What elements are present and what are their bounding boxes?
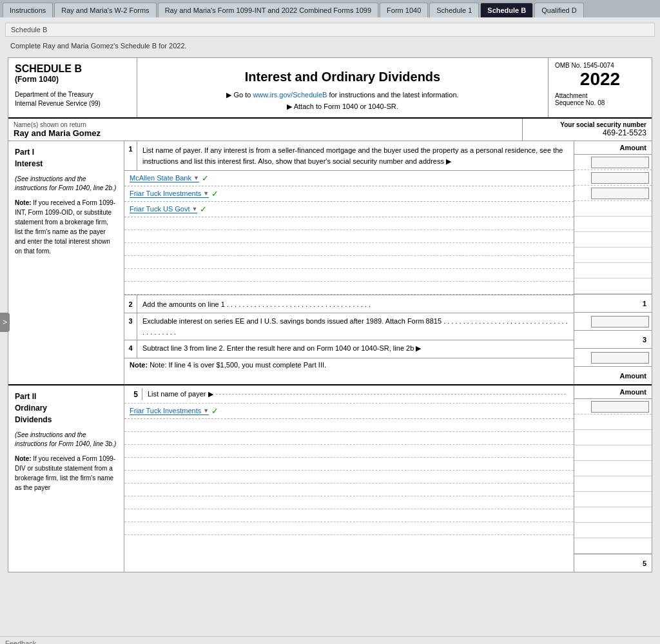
- name-ssn-row: Name(s) shown on return Ray and Maria Go…: [8, 119, 652, 141]
- part2-amount-empty-3: [574, 445, 652, 461]
- empty-payer-row-5: [124, 269, 574, 282]
- header-left: SCHEDULE B (Form 1040) Department of the…: [8, 58, 137, 117]
- check-icon-3: ✓: [200, 204, 207, 214]
- empty-payer-row-1: [124, 217, 574, 230]
- part2-label: Part II: [15, 391, 117, 402]
- payer2-name: Friar Tuck Investments: [130, 190, 201, 197]
- ssn-value: 469-21-5523: [528, 128, 646, 137]
- amount-empty-3: [574, 232, 652, 248]
- part2-empty-9: [124, 522, 574, 535]
- part2-empty-2: [124, 432, 574, 445]
- tab-schedule-b[interactable]: Schedule B: [480, 3, 533, 17]
- arrow-icon: >: [3, 318, 7, 327]
- note-part2: Note: If you received a Form 1099-DIV or…: [15, 454, 117, 493]
- ssn-label: Your social security number: [528, 121, 646, 128]
- dropdown-arrow-3: ▼: [192, 206, 198, 212]
- feedback-bar: Feedback: [0, 636, 660, 644]
- part2-amount-empty-9: [574, 538, 652, 554]
- tab-1099[interactable]: Ray and Maria's Form 1099-INT and 2022 C…: [158, 3, 378, 17]
- amount-empty-2: [574, 217, 652, 232]
- payer3-dropdown[interactable]: Friar Tuck US Govt ▼: [130, 205, 197, 213]
- amount-header: Amount: [574, 141, 652, 155]
- tab-instructions[interactable]: Instructions: [3, 3, 53, 17]
- instruction-text: Complete Ray and Maria Gomez's Schedule …: [5, 39, 655, 52]
- part2-empty-1: [124, 419, 574, 432]
- year: 2022: [555, 69, 645, 90]
- part2-right-col: Amount 5: [574, 385, 652, 572]
- part1-body: Part I Interest (See instructions and th…: [8, 141, 652, 384]
- payer3-name: Friar Tuck US Govt: [130, 205, 190, 213]
- name-section: Name(s) shown on return Ray and Maria Go…: [8, 119, 523, 141]
- part2-left-col: Part II Ordinary Dividends (See instruct…: [8, 385, 124, 572]
- amount-cell-line3: 3: [574, 330, 652, 348]
- attachment-info: Attachment Sequence No. 08: [555, 92, 645, 106]
- irs-link[interactable]: www.irs.gov/ScheduleB: [253, 91, 327, 99]
- amount-cell-3: [574, 186, 652, 201]
- part2-empty-4: [124, 458, 574, 471]
- payer1-name: McAllen State Bank: [130, 174, 191, 182]
- amount-input-3[interactable]: [591, 188, 649, 199]
- line1-num: 1: [124, 141, 137, 170]
- dropdown-arrow-1: ▼: [193, 175, 199, 181]
- amount-input-2[interactable]: [591, 172, 649, 184]
- part2-amount-header: Amount: [574, 385, 652, 399]
- amount-cell-1: [574, 155, 652, 170]
- payer1-dropdown[interactable]: McAllen State Bank ▼: [130, 174, 199, 182]
- note-line4: Note: Note: If line 4 is over $1,500, yo…: [124, 358, 574, 371]
- schedule-title: SCHEDULE B: [15, 63, 130, 75]
- tab-w2[interactable]: Ray and Maria's W-2 Forms: [54, 3, 156, 17]
- line4-content: Subtract line 3 from line 2. Enter the r…: [137, 340, 426, 358]
- part1-center: 1 List name of payer. If any interest is…: [124, 141, 574, 384]
- part2-payer-row: Friar Tuck Investments ▼ ✓: [124, 404, 574, 419]
- part2-name: Ordinary Dividends: [15, 402, 117, 425]
- tab-bar: Instructions Ray and Maria's W-2 Forms R…: [0, 0, 660, 17]
- payer2-dropdown[interactable]: Friar Tuck Investments ▼: [130, 190, 209, 198]
- payer-row-3: Friar Tuck US Govt ▼ ✓: [124, 202, 574, 217]
- part2-amount-input-1[interactable]: [591, 401, 649, 413]
- line4-row: 4 Subtract line 3 from line 2. Enter the…: [124, 340, 574, 358]
- part2-check-icon: ✓: [211, 406, 218, 416]
- form-header: SCHEDULE B (Form 1040) Department of the…: [8, 58, 652, 119]
- amount-input-line4[interactable]: [591, 352, 649, 364]
- payer-row-2: Friar Tuck Investments ▼ ✓: [124, 186, 574, 202]
- amount-cell-line2: [574, 312, 652, 330]
- line3-row: 3 Excludable interest on series EE and I…: [124, 313, 574, 340]
- part2-body: Part II Ordinary Dividends (See instruct…: [8, 385, 652, 572]
- line2-content: Add the amounts on line 1 . . . . . . . …: [137, 298, 376, 311]
- line1-instruction: List name of payer. If any interest is f…: [137, 141, 574, 170]
- omb-number: OMB No. 1545-0074: [555, 62, 645, 69]
- tab-schedule1[interactable]: Schedule 1: [429, 3, 479, 17]
- part2-center: 5 List name of payer ▶ Friar Tuck Invest…: [124, 385, 574, 572]
- empty-payer-row-4: [124, 256, 574, 269]
- part2-empty-8: [124, 509, 574, 522]
- empty-payer-row-6: [124, 282, 574, 295]
- empty-payer-row-2: [124, 230, 574, 243]
- dropdown-arrow-2: ▼: [203, 190, 209, 197]
- part2-payer-name: Friar Tuck Investments: [130, 407, 201, 415]
- part2-amount-empty-2: [574, 430, 652, 445]
- dept-text: Department of the Treasury Internal Reve…: [15, 90, 130, 108]
- amount-empty-6: [574, 278, 652, 294]
- part1-right-col: Amount: [574, 141, 652, 384]
- line5-header-row: 5 List name of payer ▶: [124, 385, 574, 404]
- part1-name: Interest: [15, 158, 117, 170]
- part2-payer-dropdown[interactable]: Friar Tuck Investments ▼: [130, 407, 209, 415]
- check-icon-1: ✓: [202, 173, 209, 183]
- name-value: Ray and Maria Gomez: [14, 128, 517, 138]
- amount-input-1[interactable]: [591, 157, 649, 168]
- part2-amount-empty-6: [574, 492, 652, 507]
- part2-empty-3: [124, 445, 574, 458]
- side-panel-arrow[interactable]: >: [0, 313, 10, 332]
- tab-1040[interactable]: Form 1040: [380, 3, 428, 17]
- part2-amount-cell-1: [574, 399, 652, 415]
- line1-total-label: 1: [574, 294, 652, 312]
- line3-content: Excludable interest on series EE and I U…: [137, 313, 574, 340]
- amount-input-line2[interactable]: [591, 316, 649, 327]
- part2-empty-5: [124, 471, 574, 483]
- line3-num-label: 3: [643, 336, 646, 344]
- tab-qualified-d[interactable]: Qualified D: [534, 3, 583, 17]
- amount-empty-1: [574, 201, 652, 217]
- part1-label: Part I: [15, 146, 117, 158]
- part2-amount-empty-4: [574, 461, 652, 476]
- amount-cell-line4: [574, 348, 652, 366]
